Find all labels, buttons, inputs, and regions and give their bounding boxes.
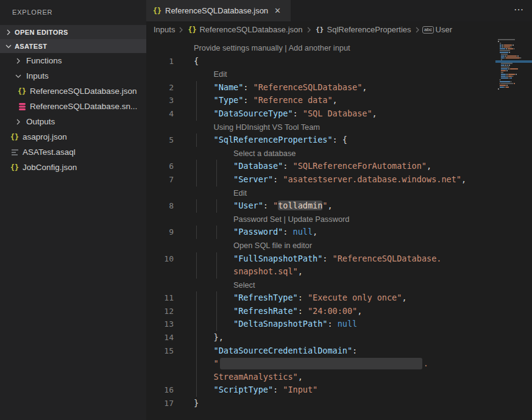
tree-item-label: Inputs: [26, 71, 49, 80]
tab-referencesqldatabase-json[interactable]: {} ReferenceSQLDatabase.json ✕: [146, 0, 291, 21]
tab-bar: {} ReferenceSQLDatabase.json ✕ ⋯: [146, 0, 532, 21]
string-symbol-icon: abc: [424, 25, 433, 35]
minimap-line: [498, 81, 531, 82]
codelens-link[interactable]: Select a database: [146, 147, 532, 160]
code-line[interactable]: 2"Name": "ReferenceSQLDatabase",: [146, 81, 532, 94]
minimap-line: [498, 41, 531, 42]
minimap-line: [498, 61, 531, 62]
minimap[interactable]: [498, 39, 531, 90]
line-number: 17: [146, 397, 174, 410]
indent-guide: [196, 252, 197, 266]
minimap-line: [498, 85, 531, 86]
code-line[interactable]: 10"FullSnapshotPath": "ReferenceSQLDatab…: [146, 252, 532, 266]
breadcrumb-label: SqlReferenceProperties: [327, 25, 411, 34]
tree-item-functions[interactable]: Functions: [0, 53, 146, 68]
close-icon[interactable]: ✕: [274, 6, 281, 15]
code-line[interactable]: 12"RefreshRate": "24:00:00",: [146, 305, 532, 318]
codelens-link[interactable]: Using HDInsight VS Tool Team: [146, 121, 532, 134]
indent-guide: [196, 357, 197, 371]
code-line[interactable]: 15"DataSourceCredentialDomain":: [146, 344, 532, 358]
minimap-line: [498, 46, 531, 48]
code-line[interactable]: 7"Server": "asatestserver.database.windo…: [146, 173, 532, 187]
code-line[interactable]: 1{: [146, 55, 532, 68]
more-actions-icon[interactable]: ⋯: [514, 4, 525, 15]
section-label: OPEN EDITORS: [15, 29, 68, 36]
codelens-link[interactable]: Select: [146, 279, 532, 292]
indent-guide: [216, 226, 217, 239]
code-line[interactable]: 14},: [146, 331, 532, 344]
line-number: 7: [146, 173, 174, 187]
codelens-link[interactable]: Open SQL file in editor: [146, 239, 532, 252]
codelens-link[interactable]: Edit: [146, 187, 532, 200]
code-line[interactable]: 5"SqlReferenceProperties": {: [146, 133, 532, 147]
indent-guide: [196, 265, 197, 279]
tree-item-label: JobConfig.json: [23, 163, 77, 172]
indent-guide: [216, 265, 217, 279]
minimap-line: [498, 77, 531, 79]
breadcrumb-separator-icon: [306, 26, 312, 34]
code-line[interactable]: ".: [146, 357, 532, 371]
line-number: 1: [146, 55, 174, 68]
minimap-line: [498, 54, 531, 55]
tree-item-label: asaproj.json: [23, 132, 67, 141]
code-line[interactable]: 6"Database": "SQLReferenceForAutomation"…: [146, 160, 532, 173]
breadcrumb-label: User: [436, 25, 452, 34]
tree-item-jobconfig-json[interactable]: {}JobConfig.json: [0, 160, 146, 175]
indent-guide: [196, 226, 197, 239]
code-line[interactable]: snapshot.sql",: [146, 265, 532, 279]
object-icon: {}: [315, 25, 325, 35]
indent-guide: [196, 107, 197, 121]
codelens-link[interactable]: Edit: [146, 68, 532, 81]
line-number: 12: [146, 305, 174, 318]
minimap-line: [498, 55, 531, 57]
minimap-line: [498, 76, 531, 77]
codelens-link[interactable]: Provide settings manually | Add another …: [146, 41, 532, 55]
breadcrumb-item-sqlreferenceproperties[interactable]: {}SqlReferenceProperties: [315, 25, 411, 35]
code-line[interactable]: 16"ScriptType": "Input": [146, 383, 532, 397]
indent-guide: [196, 199, 197, 213]
indent-guide: [216, 199, 217, 213]
section-label: ASATEST: [15, 43, 47, 50]
section-open-editors[interactable]: OPEN EDITORS: [0, 25, 146, 39]
breadcrumb-item-referencesqldatabase-json[interactable]: {}ReferenceSQLDatabase.json: [187, 25, 302, 35]
chevron-down-icon: [4, 41, 13, 51]
tree-item-inputs[interactable]: Inputs: [0, 68, 146, 84]
line-number: 16: [146, 383, 174, 397]
tree-item-asaproj-json[interactable]: {}asaproj.json: [0, 129, 146, 144]
minimap-line: [498, 68, 531, 69]
minimap-line: [498, 72, 531, 73]
breadcrumb-separator-icon: [414, 26, 420, 34]
breadcrumb-label: Inputs: [154, 25, 175, 34]
minimap-line: [498, 52, 531, 53]
code-line[interactable]: StreamAnalystics",: [146, 371, 532, 384]
indent-guide: [196, 160, 197, 173]
code-editor[interactable]: Provide settings manually | Add another …: [146, 38, 532, 420]
tree-item-referencesqldatabase-json[interactable]: {}ReferenceSQLDatabase.json: [0, 84, 146, 99]
indent-guide: [216, 173, 217, 187]
line-number: 2: [146, 81, 174, 94]
tree-item-asatest-asaql[interactable]: ASATest.asaql: [0, 144, 146, 160]
json-icon: {}: [187, 25, 197, 35]
code-line[interactable]: 13"DeltaSnapshotPath": null: [146, 318, 532, 331]
indent-guide: [196, 383, 197, 397]
minimap-line: [498, 43, 531, 44]
indent-guide: [196, 305, 197, 318]
indent-guide: [196, 331, 197, 344]
database-icon: [17, 102, 27, 112]
breadcrumb-item-inputs[interactable]: Inputs: [154, 25, 175, 34]
code-line[interactable]: 4"DataSourceType": "SQL Database",: [146, 107, 532, 121]
line-number: 6: [146, 160, 174, 173]
code-line[interactable]: 3"Type": "Reference data",: [146, 94, 532, 107]
code-line[interactable]: 9"Password": null,: [146, 226, 532, 239]
code-line[interactable]: 8"User": "tolladmin",: [146, 199, 532, 213]
breadcrumb-item-user[interactable]: abcUser: [424, 25, 452, 35]
tree-item-referencesqldatabase-sn-[interactable]: ReferenceSQLDatabase.sn...: [0, 99, 146, 114]
indent-guide: [216, 160, 217, 173]
editor-group: {} ReferenceSQLDatabase.json ✕ ⋯ Inputs{…: [146, 0, 532, 420]
code-line[interactable]: 11"RefreshType": "Execute only once",: [146, 291, 532, 305]
section-asatest[interactable]: ASATEST: [0, 39, 146, 53]
minimap-line: [498, 44, 531, 46]
codelens-link[interactable]: Password Set | Update Password: [146, 213, 532, 226]
tree-item-outputs[interactable]: Outputs: [0, 114, 146, 129]
code-line[interactable]: 17}: [146, 397, 532, 410]
